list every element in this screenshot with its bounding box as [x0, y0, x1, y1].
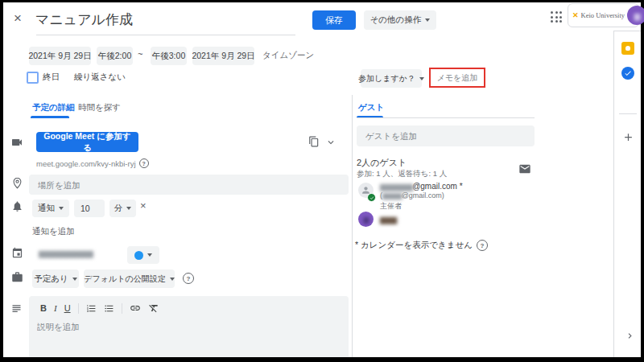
accepted-check-badge: [367, 193, 376, 202]
bell-icon: [11, 200, 23, 212]
guest-email-alias: (▆▆▆▆@gmail.com): [380, 191, 444, 200]
all-day-checkbox[interactable]: [27, 72, 39, 84]
toolbar-separator: [122, 303, 122, 314]
email-guests-icon[interactable]: [518, 162, 531, 175]
more-actions-label: その他の操作: [370, 14, 422, 26]
bold-button[interactable]: B: [40, 303, 47, 313]
help-icon[interactable]: ?: [477, 240, 488, 251]
chevron-down-icon: [59, 207, 64, 210]
rsvp-label: 参加しますか？: [358, 73, 415, 84]
notification-unit-dropdown[interactable]: 分: [109, 200, 136, 217]
calendar-note-row: * カレンダーを表示できません ?: [355, 240, 488, 251]
guest-email-suffix: @gmail.com *: [412, 182, 462, 191]
account-name: Keio University: [581, 11, 625, 19]
guest-row: [358, 183, 374, 198]
join-meet-button[interactable]: Google Meet に参加する: [36, 132, 138, 152]
more-actions-button[interactable]: その他の操作: [364, 10, 436, 30]
google-apps-grid-icon[interactable]: [551, 11, 562, 23]
guest-avatar: ▆: [358, 212, 374, 227]
clear-formatting-icon[interactable]: [148, 302, 159, 314]
chevron-down-icon: [425, 19, 430, 22]
guest-alias-masked: ▆▆▆▆: [382, 191, 402, 200]
chevron-down-icon: [72, 278, 77, 281]
tab-event-details[interactable]: 予定の詳細: [32, 102, 75, 113]
collapse-sidebar-chevron-icon[interactable]: [625, 331, 635, 341]
event-color-dropdown[interactable]: [127, 246, 159, 264]
time-range-separator: ~: [138, 49, 142, 59]
google-keep-icon[interactable]: [621, 42, 634, 55]
guest-alias-suffix: @gmail.com): [402, 191, 444, 200]
bulleted-list-icon[interactable]: [104, 303, 114, 314]
recurrence-dropdown[interactable]: 繰り返さない: [74, 72, 126, 83]
underline-button[interactable]: U: [64, 303, 71, 313]
notification-unit-label: 分: [114, 203, 123, 214]
chevron-down-icon: [126, 207, 131, 210]
tab-guests[interactable]: ゲスト: [358, 102, 384, 113]
description-toolbar: B I U: [40, 302, 159, 315]
title-underline: [36, 35, 295, 35]
guests-tab-hairline: [357, 117, 535, 118]
rsvp-dropdown[interactable]: 参加しますか？: [361, 69, 422, 88]
add-note-button[interactable]: メモを追加: [437, 72, 478, 84]
description-input[interactable]: [37, 322, 343, 331]
add-notification-button[interactable]: 通知を追加: [32, 226, 75, 237]
event-color-dot: [134, 251, 143, 260]
copy-icon[interactable]: [308, 136, 320, 147]
chevron-down-icon: [170, 278, 175, 281]
guest-email-masked: ▆▆▆▆▆▆: [380, 182, 412, 191]
all-day-label: 終日: [43, 72, 60, 83]
keio-logo-icon: ✕: [572, 11, 579, 19]
account-pill[interactable]: ✕ Keio University ▆: [568, 3, 639, 27]
start-date-button[interactable]: 2021年 9月 29日: [29, 47, 91, 65]
meet-options-chevron-icon[interactable]: [325, 137, 336, 148]
end-time-button[interactable]: 午後3:00: [151, 47, 187, 65]
close-icon[interactable]: ×: [14, 10, 22, 27]
event-title-input[interactable]: マニュアル作成: [35, 10, 133, 29]
chevron-down-icon: [147, 253, 152, 257]
panel-divider: [352, 95, 353, 357]
calendar-note: * カレンダーを表示できません: [355, 240, 473, 251]
save-button[interactable]: 保存: [312, 10, 356, 30]
help-icon[interactable]: ?: [139, 158, 149, 168]
google-tasks-icon[interactable]: [621, 67, 634, 80]
notification-minutes-input[interactable]: [74, 200, 105, 217]
location-pin-icon: [11, 177, 23, 189]
sidebar-divider: [619, 113, 637, 114]
tab-find-time[interactable]: 時間を探す: [78, 102, 121, 113]
numbered-list-icon[interactable]: [86, 303, 97, 314]
help-icon[interactable]: ?: [183, 273, 194, 284]
highlight-box: メモを追加: [429, 68, 485, 88]
end-date-button[interactable]: 2021年 9月 29日: [192, 47, 254, 65]
remove-notification-icon[interactable]: ×: [140, 200, 147, 211]
italic-button[interactable]: I: [54, 303, 57, 313]
toolbar-separator: [78, 303, 79, 314]
visibility-dropdown[interactable]: デフォルトの公開設定: [84, 269, 175, 288]
busy-status-dropdown[interactable]: 予定あり: [32, 269, 79, 288]
videocam-icon: [10, 136, 23, 149]
guest-summary: 参加: 1 人、返答待ち: 1 人: [357, 169, 447, 179]
guest-count: 2人のゲスト: [357, 157, 407, 169]
meet-link-row: meet.google.com/kvy-nkbi-ryj ?: [36, 158, 149, 168]
calendar-owner-email: ▆▆▆▆▆▆▆▆▆▆: [39, 249, 93, 257]
notification-type-dropdown[interactable]: 通知: [32, 200, 69, 217]
notification-type-label: 通知: [38, 203, 55, 214]
visibility-label: デフォルトの公開設定: [84, 274, 165, 285]
link-icon[interactable]: [130, 302, 141, 314]
guest-email: ▆▆▆▆▆▆@gmail.com *: [380, 182, 463, 191]
busy-status-label: 予定あり: [34, 274, 68, 285]
start-time-button[interactable]: 午後2:00: [97, 47, 133, 65]
meet-link: meet.google.com/kvy-nkbi-ryj: [36, 159, 136, 168]
location-input[interactable]: [29, 175, 349, 195]
guest-role: 主催者: [380, 201, 402, 212]
briefcase-icon: [11, 271, 23, 283]
add-addon-icon[interactable]: [622, 131, 634, 143]
description-lines-icon: [10, 302, 23, 315]
guest-name-masked: ▆▆▆: [380, 215, 396, 224]
screenshot-frame: × マニュアル作成 保存 その他の操作 ✕ Keio University ▆ …: [0, 0, 644, 362]
chevron-down-icon: [419, 77, 424, 80]
tab-event-details-underline: [31, 116, 69, 118]
user-avatar[interactable]: ▆: [627, 6, 644, 25]
calendar-icon: [11, 247, 23, 259]
add-guests-input[interactable]: [357, 125, 535, 146]
timezone-link[interactable]: タイムゾーン: [262, 50, 314, 61]
